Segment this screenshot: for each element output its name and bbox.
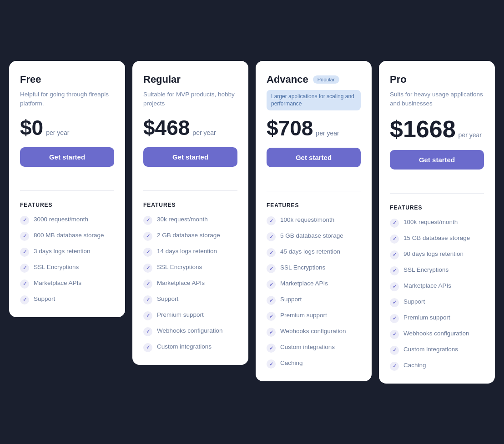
feature-text: Support	[157, 295, 178, 304]
list-item: Custom integrations	[143, 343, 237, 352]
price-period-free: per year	[46, 129, 69, 136]
list-item: 45 days logs retention	[267, 248, 361, 257]
plan-name-text-pro: Pro	[390, 74, 407, 85]
plan-name-text-advance: Advance	[267, 74, 308, 85]
checkmark-icon	[267, 232, 276, 241]
checkmark-icon	[267, 344, 276, 353]
pricing-card-regular: RegularSuitable for MVP products, hobby …	[132, 61, 248, 365]
list-item: Caching	[390, 361, 484, 371]
feature-text: 45 days logs retention	[280, 248, 340, 256]
list-item: Webhooks configuration	[390, 329, 484, 339]
checkmark-icon	[20, 216, 29, 225]
list-item: 3 days logs retention	[20, 247, 114, 257]
list-item: Support	[143, 295, 237, 304]
checkmark-icon	[390, 298, 399, 307]
list-item: 30k request/month	[143, 215, 237, 225]
feature-text: 100k request/month	[280, 216, 334, 224]
get-started-button-free[interactable]: Get started	[20, 147, 114, 167]
price-amount-pro: $1668	[390, 117, 456, 141]
feature-list-free: 3000 request/month800 MB database storag…	[20, 215, 114, 304]
divider-advance	[267, 191, 361, 191]
checkmark-icon	[143, 232, 152, 241]
plan-desc-free: Helpful for going through fireapis platf…	[20, 90, 114, 110]
checkmark-icon	[390, 346, 399, 355]
list-item: 800 MB database storage	[20, 231, 114, 241]
checkmark-icon	[143, 327, 152, 336]
checkmark-icon	[267, 328, 276, 337]
checkmark-icon	[143, 279, 152, 289]
checkmark-icon	[20, 295, 29, 304]
price-period-pro: per year	[459, 131, 482, 139]
checkmark-icon	[390, 250, 399, 259]
feature-text: Premium support	[157, 311, 204, 319]
feature-text: Caching	[403, 361, 426, 370]
list-item: Marketplace APIs	[267, 279, 361, 289]
checkmark-icon	[390, 314, 399, 323]
list-item: SSL Encryptions	[143, 263, 237, 273]
checkmark-icon	[267, 248, 276, 257]
divider-free	[20, 190, 114, 191]
checkmark-icon	[20, 248, 29, 257]
price-period-regular: per year	[192, 129, 216, 136]
list-item: 15 GB database storage	[390, 234, 484, 244]
feature-text: 2 GB database storage	[157, 231, 220, 240]
list-item: 2 GB database storage	[143, 231, 237, 241]
pricing-card-free: FreeHelpful for going through fireapis p…	[9, 61, 125, 317]
pricing-card-pro: ProSuits for heavy usage applications an…	[379, 61, 495, 384]
divider-pro	[390, 193, 484, 194]
price-row-pro: $1668per year	[390, 117, 484, 141]
list-item: 3000 request/month	[20, 215, 114, 225]
price-row-regular: $468per year	[143, 117, 237, 138]
price-row-free: $0per year	[20, 117, 114, 138]
feature-text: Webhooks configuration	[403, 329, 469, 338]
get-started-button-pro[interactable]: Get started	[390, 150, 484, 170]
list-item: Caching	[267, 359, 361, 369]
list-item: Marketplace APIs	[20, 279, 114, 289]
feature-list-pro: 100k request/month15 GB database storage…	[390, 218, 484, 371]
checkmark-icon	[390, 362, 399, 371]
plan-name-regular: Regular	[143, 74, 237, 85]
feature-text: Marketplace APIs	[34, 279, 81, 288]
feature-text: Premium support	[403, 314, 450, 322]
pricing-card-advance: AdvancePopularLarger applications for sc…	[256, 61, 372, 382]
list-item: 14 days logs retention	[143, 247, 237, 257]
list-item: SSL Encryptions	[267, 264, 361, 273]
feature-text: Custom integrations	[157, 343, 212, 351]
plan-name-pro: Pro	[390, 74, 484, 85]
feature-text: Marketplace APIs	[403, 282, 451, 290]
checkmark-icon	[143, 264, 152, 273]
get-started-button-advance[interactable]: Get started	[267, 148, 361, 167]
list-item: 100k request/month	[390, 218, 484, 228]
popular-badge: Popular	[313, 75, 339, 84]
plan-desc-advance: Larger applications for scaling and perf…	[267, 90, 361, 111]
checkmark-icon	[143, 295, 152, 304]
list-item: Premium support	[267, 311, 361, 321]
feature-text: 800 MB database storage	[34, 231, 104, 240]
feature-text: 30k request/month	[157, 215, 208, 224]
get-started-button-regular[interactable]: Get started	[143, 147, 237, 167]
feature-list-regular: 30k request/month2 GB database storage14…	[143, 215, 237, 352]
features-label-pro: FEATURES	[390, 205, 484, 211]
price-amount-regular: $468	[143, 117, 190, 138]
feature-text: 5 GB database storage	[280, 232, 343, 240]
plan-desc-regular: Suitable for MVP products, hobby project…	[143, 90, 237, 110]
feature-text: SSL Encryptions	[403, 266, 449, 274]
feature-text: Support	[280, 295, 302, 304]
feature-text: Custom integrations	[403, 345, 458, 354]
feature-text: Webhooks configuration	[157, 327, 223, 335]
checkmark-icon	[390, 282, 399, 291]
feature-text: Marketplace APIs	[280, 279, 328, 288]
pricing-container: FreeHelpful for going through fireapis p…	[9, 61, 495, 384]
price-amount-advance: $708	[267, 118, 313, 139]
divider-regular	[143, 190, 237, 191]
list-item: SSL Encryptions	[20, 263, 114, 273]
features-label-regular: FEATURES	[143, 202, 237, 208]
plan-desc-pro: Suits for heavy usage applications and b…	[390, 90, 484, 110]
price-period-advance: per year	[316, 130, 339, 137]
features-label-advance: FEATURES	[267, 202, 361, 209]
checkmark-icon	[390, 219, 399, 228]
checkmark-icon	[267, 296, 276, 305]
checkmark-icon	[267, 312, 276, 321]
list-item: 100k request/month	[267, 216, 361, 225]
list-item: Marketplace APIs	[143, 279, 237, 289]
